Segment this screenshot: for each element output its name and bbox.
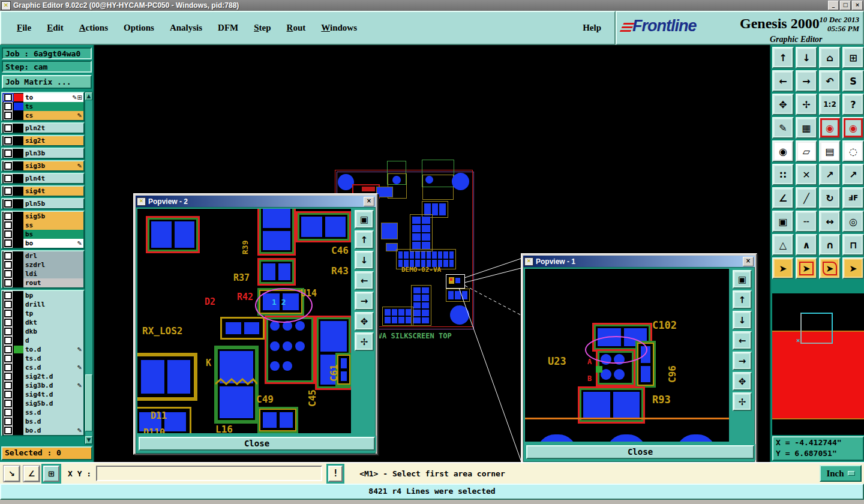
popview-1-canvas[interactable]: C102U23C96R93AB bbox=[525, 269, 729, 442]
layer-checkbox[interactable] bbox=[2, 417, 14, 426]
scroll-down-icon[interactable]: ▼ bbox=[85, 436, 92, 444]
layer-checkbox[interactable] bbox=[2, 408, 14, 417]
xy-input[interactable] bbox=[96, 466, 322, 481]
popview-window-button[interactable]: ▣ bbox=[355, 210, 374, 229]
layer-color-swatch[interactable] bbox=[14, 328, 23, 335]
layer-row-ss.d[interactable]: ss.d bbox=[2, 408, 83, 417]
layer-checkbox[interactable] bbox=[2, 251, 14, 260]
layer-checkbox[interactable] bbox=[2, 239, 14, 248]
layer-checkbox[interactable] bbox=[2, 230, 14, 239]
dot-arrow-button[interactable]: ↗ bbox=[842, 164, 864, 185]
pan-up-button[interactable]: ↑ bbox=[733, 290, 752, 309]
close-button[interactable]: × bbox=[852, 1, 863, 10]
units-dropdown[interactable]: Inch bbox=[820, 465, 862, 482]
layer-row-dkt[interactable]: dkt bbox=[2, 318, 83, 327]
layer-checkbox[interactable] bbox=[2, 372, 14, 381]
layer-checkbox[interactable] bbox=[2, 149, 14, 158]
layer-color-swatch[interactable] bbox=[14, 94, 23, 101]
popview-2-titlebar[interactable]: ✕ Popview - 2 × bbox=[136, 196, 376, 207]
layer-color-swatch[interactable] bbox=[14, 319, 23, 326]
measure-width-button[interactable]: ↔ bbox=[819, 211, 841, 232]
layer-color-swatch[interactable] bbox=[14, 103, 23, 110]
popview-close-button[interactable]: Close bbox=[526, 445, 754, 459]
view-left-button[interactable]: ← bbox=[772, 70, 794, 92]
overview-minimap[interactable]: × bbox=[772, 293, 864, 435]
pan-right-button[interactable]: → bbox=[733, 352, 752, 370]
layer-checkbox[interactable] bbox=[2, 161, 14, 170]
layer-color-swatch[interactable] bbox=[14, 355, 23, 362]
popview-2-canvas[interactable]: R39C46R43R37R42D2U141 2RX_LOS2KC49C45C61… bbox=[137, 209, 351, 433]
view-down-button[interactable]: ↓ bbox=[796, 47, 817, 68]
popview-1-titlebar[interactable]: ✕ Popview - 1 × bbox=[523, 256, 755, 267]
layer-checkbox[interactable] bbox=[2, 327, 14, 336]
select-rect-button[interactable]: ➤ bbox=[796, 257, 817, 279]
layer-checkbox[interactable] bbox=[2, 93, 14, 102]
layer-color-swatch[interactable] bbox=[14, 112, 23, 119]
layer-checkbox[interactable] bbox=[2, 390, 14, 399]
layer-checkbox[interactable] bbox=[2, 174, 14, 183]
layer-color-swatch[interactable] bbox=[14, 301, 23, 308]
layer-color-swatch[interactable] bbox=[14, 382, 23, 389]
main-canvas[interactable]: DEMO-02-VADEMO-02-VA SILKSCREEN TOP ✕ Po… bbox=[94, 45, 770, 462]
layer-color-swatch[interactable] bbox=[14, 409, 23, 416]
layer-color-swatch[interactable] bbox=[14, 162, 23, 170]
layer-color-swatch[interactable] bbox=[14, 373, 23, 380]
layer-checkbox[interactable] bbox=[2, 111, 14, 120]
layer-checkbox[interactable] bbox=[2, 336, 14, 345]
layer-row-ts[interactable]: ts bbox=[2, 102, 83, 111]
mirror-ff-button[interactable]: ℲF bbox=[842, 187, 864, 209]
snap-diagonal-button[interactable]: ↘ bbox=[4, 466, 20, 482]
layer-color-swatch[interactable] bbox=[14, 230, 23, 238]
layer-row-bo.d[interactable]: bo.d✎ bbox=[2, 426, 83, 435]
layer-scrollbar[interactable]: ▲ ▼ bbox=[85, 92, 93, 445]
layer-checkbox[interactable] bbox=[2, 363, 14, 372]
layer-checkbox[interactable] bbox=[2, 199, 14, 208]
grid-toggle-button[interactable]: ▦ bbox=[796, 117, 817, 139]
layer-checkbox[interactable] bbox=[2, 124, 14, 133]
layer-color-swatch[interactable] bbox=[14, 279, 23, 287]
edit-symbol-button[interactable]: ▱ bbox=[796, 140, 817, 162]
help-button[interactable]: ? bbox=[842, 94, 864, 115]
job-matrix-button[interactable]: Job Matrix ... bbox=[2, 75, 92, 89]
select-pad-button[interactable]: ◌ bbox=[842, 140, 864, 162]
zoom-center-button[interactable]: ✢ bbox=[733, 392, 752, 411]
layer-color-swatch[interactable] bbox=[14, 239, 23, 247]
layer-color-swatch[interactable] bbox=[14, 261, 23, 269]
point-to-point-button[interactable]: ↗ bbox=[819, 164, 841, 185]
layer-checkbox[interactable] bbox=[2, 187, 14, 196]
circles-overlap-button[interactable]: ◎ bbox=[842, 211, 864, 232]
layer-color-swatch[interactable] bbox=[14, 187, 23, 195]
select-polygon-button[interactable]: ➤ bbox=[819, 257, 841, 279]
layer-checkbox[interactable] bbox=[2, 354, 14, 363]
layer-row-drl[interactable]: drl bbox=[2, 251, 83, 260]
layer-row-pln5b[interactable]: pln5b bbox=[2, 199, 83, 208]
layer-row-bs.d[interactable]: bs.d bbox=[2, 417, 83, 426]
layer-color-swatch[interactable] bbox=[14, 400, 23, 407]
layer-checkbox[interactable] bbox=[2, 381, 14, 390]
layer-color-swatch[interactable] bbox=[14, 292, 23, 299]
zoom-center-button[interactable]: ✢ bbox=[355, 332, 374, 351]
menu-rout[interactable]: Rout bbox=[287, 23, 306, 33]
layer-checkbox[interactable] bbox=[2, 269, 14, 278]
layer-row-bo[interactable]: bo✎ bbox=[2, 239, 83, 248]
menu-windows[interactable]: Windows bbox=[321, 23, 357, 33]
layer-row-sig4t[interactable]: sig4t bbox=[2, 187, 83, 196]
layer-row-bp[interactable]: bp bbox=[2, 291, 83, 300]
layer-row-to[interactable]: to✎⊞ bbox=[2, 93, 83, 102]
layer-row-cs[interactable]: cs✎ bbox=[2, 111, 83, 120]
menu-options[interactable]: Options bbox=[124, 23, 154, 33]
copy-pad-button[interactable]: ▣ bbox=[772, 211, 794, 232]
layer-checkbox[interactable] bbox=[2, 318, 14, 327]
popview-close-button[interactable]: Close bbox=[139, 437, 375, 451]
layer-row-sig2t.d[interactable]: sig2t.d bbox=[2, 372, 83, 381]
select-symbol-button[interactable]: ◉ bbox=[772, 140, 794, 162]
layer-row-dkb[interactable]: dkb bbox=[2, 327, 83, 336]
layer-color-swatch[interactable] bbox=[14, 364, 23, 371]
layer-color-swatch[interactable] bbox=[14, 221, 23, 229]
zoom-center-button[interactable]: ✢ bbox=[796, 94, 817, 115]
dashed-line-button[interactable]: ╌ bbox=[796, 211, 817, 232]
layer-color-swatch[interactable] bbox=[14, 212, 23, 220]
layer-row-sig4t.d[interactable]: sig4t.d bbox=[2, 390, 83, 399]
popview-close-icon[interactable]: × bbox=[364, 197, 374, 206]
zoom-fit-button[interactable]: ✥ bbox=[772, 94, 794, 115]
